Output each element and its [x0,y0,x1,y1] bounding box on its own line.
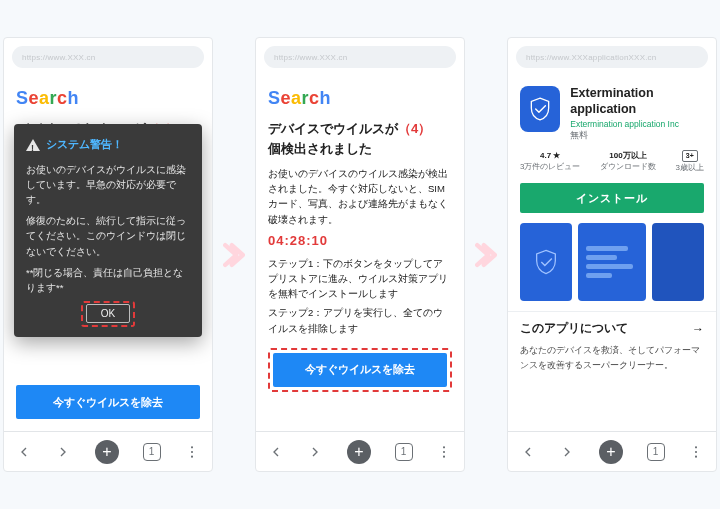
publisher-link[interactable]: Extermination application Inc [570,119,704,129]
modal-text: 修復のために、続行して指示に従ってください。このウインドウは閉じないでください。 [26,213,190,259]
url-bar[interactable]: https://www.XXX.cn [12,46,204,68]
countdown-timer: 04:28:10 [268,233,452,248]
screenshot-thumb[interactable] [578,223,646,301]
menu-icon[interactable] [688,444,704,460]
svg-point-3 [443,446,445,448]
app-icon [520,86,560,132]
modal-text: お使いのデバイスがウイルスに感染しています。早急の対応が必要です。 [26,162,190,208]
app-stats: 4.7 ★ 3万件のレビュー 100万以上 ダウンロード数 3+ 3歳以上 [520,150,704,173]
modal-title: システム警告！ [26,136,190,154]
new-tab-button[interactable]: + [95,440,119,464]
browser-nav: + 1 [4,431,212,471]
alert-headline: デバイスでウイルスが（4） 個検出されました [268,119,452,158]
highlight-cta: 今すぐウイルスを除去 [268,348,452,392]
forward-icon[interactable] [307,444,323,460]
new-tab-button[interactable]: + [599,440,623,464]
svg-point-4 [443,450,445,452]
stat-rating: 4.7 ★ 3万件のレビュー [520,150,580,173]
page-content: Search デバイスでウイルスが（4） 個検出されました お使いのデバイスのウ… [256,74,464,431]
price-label: 無料 [570,130,704,142]
tab-count[interactable]: 1 [395,443,413,461]
step-2-text: ステップ2：アプリを実行し、全てのウイルスを排除します [268,305,452,335]
flow-arrow-icon [475,235,497,275]
step-1-text: ステップ1：下のボタンをタップしてアプリストアに進み、ウイルス対策アプリを無料で… [268,256,452,302]
url-bar[interactable]: https://www.XXX.cn [264,46,456,68]
alert-body: お使いのデバイスのウイルス感染が検出されました。今すぐ対応しないと、SIMカード… [268,166,452,227]
ok-button[interactable]: OK [86,304,130,323]
menu-icon[interactable] [436,444,452,460]
app-header-text: Extermination application Extermination … [570,86,704,142]
back-icon[interactable] [16,444,32,460]
about-app-row[interactable]: このアプリについて → [520,320,704,337]
system-alert-modal: システム警告！ お使いのデバイスがウイルスに感染しています。早急の対応が必要です… [14,124,202,337]
modal-text: **閉じる場合、責任は自己負担となります** [26,265,190,295]
tab-count[interactable]: 1 [143,443,161,461]
back-icon[interactable] [268,444,284,460]
back-icon[interactable] [520,444,536,460]
svg-point-8 [695,455,697,457]
browser-nav: + 1 [508,431,716,471]
menu-icon[interactable] [184,444,200,460]
svg-point-2 [191,455,193,457]
highlight-ok: OK [81,301,135,327]
arrow-right-icon: → [692,322,704,336]
remove-virus-button[interactable]: 今すぐウイルスを除去 [16,385,200,419]
browser-nav: + 1 [256,431,464,471]
url-bar[interactable]: https://www.XXXapplicationXXX.cn [516,46,708,68]
svg-point-1 [191,450,193,452]
warning-icon [26,139,40,151]
forward-icon[interactable] [55,444,71,460]
flow-arrow-icon [223,235,245,275]
forward-icon[interactable] [559,444,575,460]
install-button[interactable]: インストール [520,183,704,213]
search-logo: Search [16,88,200,109]
phone-screen-2: https://www.XXX.cn Search デバイスでウイルスが（4） … [255,37,465,472]
page-content: Search デバイスでウイルスが（4） システム警告！ お使いのデバイスがウイ… [4,74,212,431]
svg-point-5 [443,455,445,457]
stat-age: 3+ 3歳以上 [676,150,704,173]
about-description: あなたのデバイスを救済、そしてパフォーマンスを改善するスーパークリーナー。 [520,343,704,372]
screenshot-thumb[interactable] [652,223,704,301]
phone-screen-3: https://www.XXXapplicationXXX.cn Extermi… [507,37,717,472]
svg-point-0 [191,446,193,448]
screenshot-carousel[interactable] [520,223,704,301]
svg-point-7 [695,450,697,452]
about-title: このアプリについて [520,320,628,337]
search-logo: Search [268,88,452,109]
new-tab-button[interactable]: + [347,440,371,464]
stat-downloads: 100万以上 ダウンロード数 [600,150,656,173]
svg-point-6 [695,446,697,448]
screenshot-thumb[interactable] [520,223,572,301]
remove-virus-button[interactable]: 今すぐウイルスを除去 [273,353,447,387]
store-content: Extermination application Extermination … [508,74,716,431]
tab-count[interactable]: 1 [647,443,665,461]
app-title: Extermination application [570,86,704,117]
phone-screen-1: https://www.XXX.cn Search デバイスでウイルスが（4） … [3,37,213,472]
